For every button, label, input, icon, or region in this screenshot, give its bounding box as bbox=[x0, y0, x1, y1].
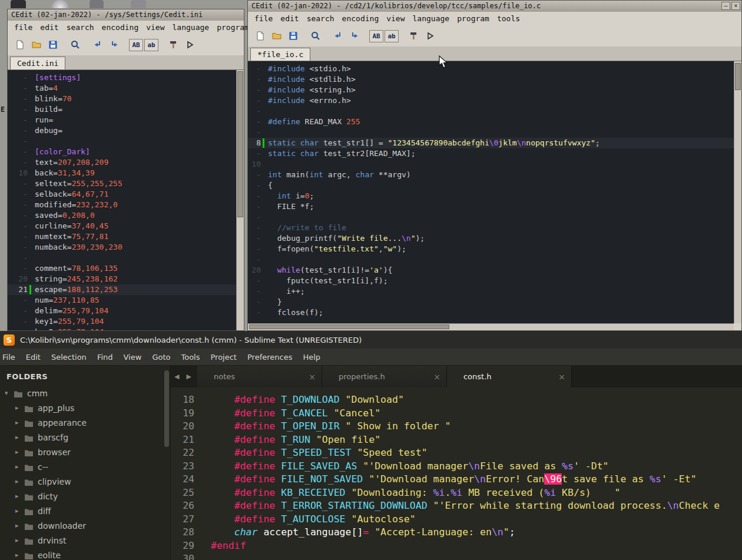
tab-close-icon[interactable]: × bbox=[558, 372, 565, 382]
menu-item-search[interactable]: search bbox=[304, 14, 337, 23]
code-editor[interactable]: -#include <stdio.h>-#include <stdlib.h>-… bbox=[248, 61, 734, 323]
sidebar-item-c--[interactable]: ▸c-- bbox=[0, 459, 170, 474]
code-line[interactable]: -seltext=255,255,255 bbox=[8, 178, 236, 189]
code-line[interactable]: -build= bbox=[8, 104, 236, 115]
vertical-scrollbar[interactable] bbox=[236, 70, 244, 330]
save-file-button[interactable] bbox=[45, 37, 61, 52]
jump-prev-button[interactable] bbox=[330, 28, 346, 44]
code-line[interactable]: 19 #define T_CANCEL "Cancel" bbox=[171, 407, 742, 420]
nav-back-icon[interactable]: ◀ bbox=[171, 373, 183, 380]
code-line[interactable]: -numback=230,230,230 bbox=[8, 242, 236, 253]
menu-item-help[interactable]: Help bbox=[297, 353, 326, 362]
code-line[interactable]: -#define READ_MAX 255 bbox=[248, 117, 734, 127]
code-line[interactable]: -debug= bbox=[8, 125, 236, 136]
minimize-button[interactable]: – bbox=[721, 2, 730, 10]
desktop-icon[interactable] bbox=[11, 0, 26, 8]
code-line[interactable]: 20string=245,238,162 bbox=[8, 274, 236, 284]
code-line[interactable]: - //write to file bbox=[248, 223, 734, 233]
code-line[interactable]: 24 #define FILE_NOT_SAVED "'Download man… bbox=[171, 473, 742, 486]
code-line[interactable]: -key2=255,79,104 bbox=[8, 327, 236, 330]
code-line[interactable]: -comment=78,106,135 bbox=[8, 263, 236, 274]
build-button[interactable] bbox=[165, 37, 181, 52]
sidebar-item-barscfg[interactable]: ▸barscfg bbox=[0, 430, 170, 445]
menu-item-tools[interactable]: Tools bbox=[175, 353, 205, 362]
menu-item-language[interactable]: language bbox=[410, 14, 453, 23]
code-line[interactable]: -#include <string.h> bbox=[248, 85, 734, 95]
code-line[interactable]: 25 #define KB_RECEIVED "Downloading: %i.… bbox=[171, 486, 742, 500]
code-line[interactable]: 10 bbox=[248, 159, 734, 170]
menu-item-file[interactable]: File bbox=[0, 353, 21, 362]
code-line[interactable]: -key1=255,79,104 bbox=[8, 316, 236, 327]
code-line[interactable]: -num=237,110,85 bbox=[8, 295, 236, 306]
tab-const-h[interactable]: const.h× bbox=[447, 366, 572, 387]
new-file-button[interactable] bbox=[253, 28, 268, 44]
tab-close-icon[interactable]: × bbox=[433, 372, 440, 382]
sidebar-item-browser[interactable]: ▸browser bbox=[0, 445, 170, 459]
code-line[interactable]: - fclose(f); bbox=[248, 307, 734, 318]
menu-item-project[interactable]: Project bbox=[205, 353, 241, 362]
code-line[interactable]: -[settings] bbox=[8, 72, 236, 83]
code-line[interactable]: - } bbox=[248, 297, 734, 307]
tab-cedit-ini[interactable]: Cedit.ini bbox=[10, 57, 65, 69]
save-file-button[interactable] bbox=[286, 28, 301, 44]
code-line[interactable]: -#include <errno.h> bbox=[248, 95, 734, 106]
code-line[interactable]: -#include <stdio.h> bbox=[248, 64, 734, 74]
code-line[interactable]: 26 #define T_ERROR_STARTING_DOWNLOAD "'E… bbox=[171, 499, 742, 513]
code-line[interactable]: - FILE *f; bbox=[248, 201, 734, 212]
code-line[interactable]: 21 #define T_RUN "Open file" bbox=[171, 433, 742, 447]
scrollbar-thumb[interactable] bbox=[237, 71, 243, 217]
tab-file-io-c[interactable]: *file_io.c bbox=[250, 48, 310, 61]
menu-item-search[interactable]: search bbox=[64, 23, 97, 32]
menu-item-edit[interactable]: Edit bbox=[21, 353, 46, 362]
menu-item-preferences[interactable]: Preferences bbox=[242, 353, 297, 362]
code-line[interactable]: -#include <stdlib.h> bbox=[248, 74, 734, 85]
horizontal-scrollbar[interactable] bbox=[248, 323, 734, 330]
code-line[interactable]: -[color_Dark] bbox=[8, 147, 236, 157]
menu-item-view[interactable]: View bbox=[118, 353, 147, 362]
sidebar-item-drvinst[interactable]: ▸drvinst bbox=[0, 533, 170, 548]
search-button[interactable] bbox=[68, 37, 83, 52]
code-line[interactable]: -blink=70 bbox=[8, 94, 236, 104]
tab-close-icon[interactable]: × bbox=[309, 372, 316, 382]
menu-item-tools[interactable]: tools bbox=[494, 14, 523, 23]
code-line[interactable]: - bbox=[248, 127, 734, 138]
code-line[interactable]: -selback=64,67,71 bbox=[8, 189, 236, 200]
menu-item-selection[interactable]: Selection bbox=[46, 353, 92, 362]
sidebar-item-downloader[interactable]: ▸downloader bbox=[0, 518, 170, 533]
code-editor[interactable]: -[settings]-tab=4-blink=70-build=-run=-d… bbox=[8, 70, 236, 330]
scrollbar-thumb[interactable] bbox=[249, 324, 449, 329]
code-line[interactable]: - bbox=[8, 253, 236, 263]
code-line[interactable]: -curline=37,40,45 bbox=[8, 221, 236, 231]
lowercase-button[interactable]: ab bbox=[144, 39, 158, 51]
code-line[interactable]: 21escape=188,112,253 bbox=[8, 284, 236, 295]
code-line[interactable]: 27 #define T_AUTOCLOSE "Autoclose" bbox=[171, 513, 742, 526]
code-line[interactable]: -modified=232,232,0 bbox=[8, 200, 236, 210]
jump-prev-button[interactable] bbox=[90, 37, 105, 52]
code-line[interactable]: - int i=0; bbox=[248, 191, 734, 201]
open-file-button[interactable] bbox=[269, 28, 284, 44]
code-line[interactable]: -tab=4 bbox=[8, 83, 236, 94]
menu-item-program[interactable]: program bbox=[214, 23, 252, 32]
code-line[interactable]: 23 #define FILE_SAVED_AS "'Download mana… bbox=[171, 460, 742, 473]
build-button[interactable] bbox=[406, 28, 421, 44]
menu-item-file[interactable]: file bbox=[11, 23, 35, 32]
menu-item-language[interactable]: language bbox=[170, 23, 213, 32]
menu-item-edit[interactable]: edit bbox=[37, 23, 61, 32]
sidebar-item-dicty[interactable]: ▸dicty bbox=[0, 489, 170, 503]
vertical-scrollbar[interactable] bbox=[734, 61, 741, 323]
menu-item-edit[interactable]: edit bbox=[277, 14, 302, 23]
code-line[interactable]: 10back=31,34,39 bbox=[8, 168, 236, 178]
sidebar-item-app_plus[interactable]: ▸app_plus bbox=[0, 400, 170, 415]
code-line[interactable]: -{ bbox=[248, 180, 734, 191]
code-line[interactable]: - f=fopen("testfile.txt","w"); bbox=[248, 244, 734, 254]
new-file-button[interactable] bbox=[12, 37, 28, 52]
desktop-icon[interactable] bbox=[52, 0, 68, 8]
close-button[interactable]: × bbox=[731, 2, 740, 10]
code-line[interactable]: 29#endif bbox=[171, 539, 742, 553]
menu-item-program[interactable]: program bbox=[454, 14, 492, 23]
tab-notes[interactable]: notes× bbox=[197, 366, 322, 387]
tab-properties-h[interactable]: properties.h× bbox=[322, 366, 447, 387]
menu-item-encoding[interactable]: encoding bbox=[99, 23, 142, 32]
jump-next-button[interactable] bbox=[347, 28, 362, 44]
code-line[interactable]: 8static char test_str1[] = "123454567890… bbox=[248, 138, 734, 148]
